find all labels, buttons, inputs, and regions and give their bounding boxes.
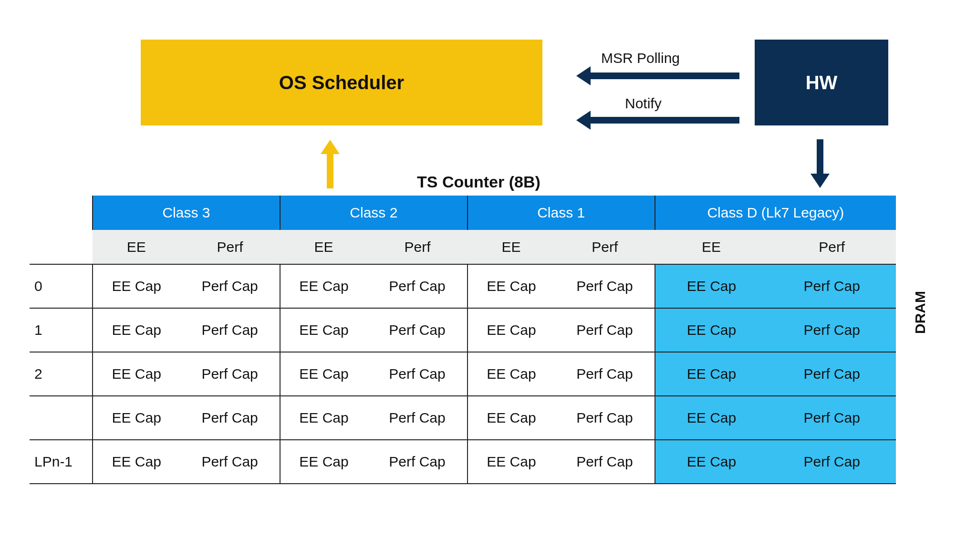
perf-cap-cell-legacy: Perf Cap: [768, 352, 896, 396]
ee-cap-cell: EE Cap: [468, 352, 555, 396]
table-row: EE Cap Perf Cap EE Cap Perf Cap EE Cap P…: [30, 396, 896, 440]
capability-table: Class 3 Class 2 Class 1 Class D (Lk7 Leg…: [30, 196, 896, 484]
ee-cap-cell-legacy: EE Cap: [655, 264, 768, 308]
perf-cap-cell-legacy: Perf Cap: [768, 440, 896, 484]
row-index: 1: [30, 308, 93, 352]
table-row: 1 EE Cap Perf Cap EE Cap Perf Cap EE Cap…: [30, 308, 896, 352]
table-row: LPn-1 EE Cap Perf Cap EE Cap Perf Cap EE…: [30, 440, 896, 484]
ee-cap-cell: EE Cap: [468, 264, 555, 308]
ee-cap-cell-legacy: EE Cap: [655, 308, 768, 352]
class-2-header: Class 2: [280, 196, 468, 230]
perf-cap-cell-legacy: Perf Cap: [768, 396, 896, 440]
row-index: 0: [30, 264, 93, 308]
table-sub-header-row: EE Perf EE Perf EE Perf EE Perf: [30, 230, 896, 264]
header-blank: [30, 230, 93, 264]
class-d-header: Class D (Lk7 Legacy): [655, 196, 896, 230]
row-index: [30, 396, 93, 440]
hw-box: HW: [755, 40, 888, 125]
ee-cap-cell: EE Cap: [280, 440, 367, 484]
perf-cap-cell: Perf Cap: [555, 352, 655, 396]
table-row: 0 EE Cap Perf Cap EE Cap Perf Cap EE Cap…: [30, 264, 896, 308]
arrow-down-head-icon: [811, 174, 830, 188]
ts-counter-title: TS Counter (8B): [417, 173, 540, 191]
table-row: 2 EE Cap Perf Cap EE Cap Perf Cap EE Cap…: [30, 352, 896, 396]
arrow-msr-polling: [587, 73, 739, 79]
perf-cap-cell: Perf Cap: [180, 352, 280, 396]
table-class-header-row: Class 3 Class 2 Class 1 Class D (Lk7 Leg…: [30, 196, 896, 230]
ee-cap-cell: EE Cap: [280, 308, 367, 352]
ee-cap-cell: EE Cap: [280, 396, 367, 440]
sub-perf: Perf: [180, 230, 280, 264]
header-blank: [30, 196, 93, 230]
ee-cap-cell-legacy: EE Cap: [655, 440, 768, 484]
row-index: 2: [30, 352, 93, 396]
perf-cap-cell: Perf Cap: [367, 308, 468, 352]
ee-cap-cell: EE Cap: [93, 352, 180, 396]
notify-label: Notify: [625, 95, 662, 112]
class-3-header: Class 3: [93, 196, 280, 230]
ee-cap-cell: EE Cap: [280, 264, 367, 308]
ee-cap-cell: EE Cap: [93, 396, 180, 440]
ee-cap-cell-legacy: EE Cap: [655, 396, 768, 440]
perf-cap-cell-legacy: Perf Cap: [768, 264, 896, 308]
arrow-notify: [587, 117, 739, 124]
ee-cap-cell: EE Cap: [93, 440, 180, 484]
perf-cap-cell: Perf Cap: [555, 308, 655, 352]
ee-cap-cell: EE Cap: [280, 352, 367, 396]
arrow-left-head-icon: [576, 66, 591, 85]
msr-polling-label: MSR Polling: [601, 50, 680, 66]
perf-cap-cell: Perf Cap: [555, 264, 655, 308]
ee-cap-cell: EE Cap: [468, 440, 555, 484]
perf-cap-cell: Perf Cap: [367, 264, 468, 308]
ee-cap-cell: EE Cap: [468, 396, 555, 440]
class-1-header: Class 1: [468, 196, 655, 230]
perf-cap-cell: Perf Cap: [180, 264, 280, 308]
arrow-left-head-icon: [576, 111, 591, 130]
perf-cap-cell: Perf Cap: [180, 308, 280, 352]
sub-ee: EE: [93, 230, 180, 264]
perf-cap-cell: Perf Cap: [555, 440, 655, 484]
dram-side-label: DRAM: [912, 291, 928, 334]
sub-ee: EE: [655, 230, 768, 264]
perf-cap-cell-legacy: Perf Cap: [768, 308, 896, 352]
ee-cap-cell: EE Cap: [468, 308, 555, 352]
perf-cap-cell: Perf Cap: [180, 396, 280, 440]
sub-perf: Perf: [768, 230, 896, 264]
perf-cap-cell: Perf Cap: [180, 440, 280, 484]
perf-cap-cell: Perf Cap: [367, 352, 468, 396]
arrow-table-to-os: [327, 150, 333, 188]
sub-ee: EE: [468, 230, 555, 264]
ee-cap-cell: EE Cap: [93, 264, 180, 308]
ee-cap-cell-legacy: EE Cap: [655, 352, 768, 396]
sub-perf: Perf: [555, 230, 655, 264]
sub-perf: Perf: [367, 230, 468, 264]
perf-cap-cell: Perf Cap: [367, 440, 468, 484]
os-scheduler-box: OS Scheduler: [141, 40, 542, 125]
arrow-hw-to-table: [817, 139, 823, 177]
perf-cap-cell: Perf Cap: [555, 396, 655, 440]
perf-cap-cell: Perf Cap: [367, 396, 468, 440]
sub-ee: EE: [280, 230, 367, 264]
ee-cap-cell: EE Cap: [93, 308, 180, 352]
row-index: LPn-1: [30, 440, 93, 484]
arrow-up-head-icon: [321, 140, 340, 154]
